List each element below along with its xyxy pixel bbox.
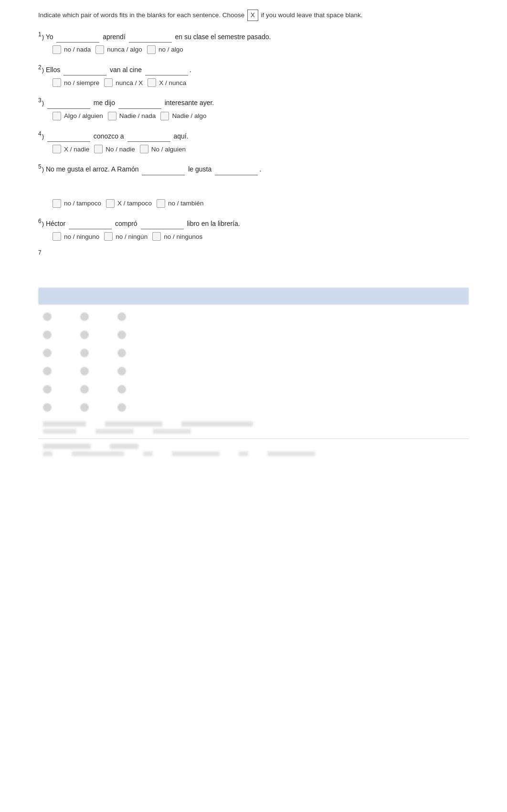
blurred-radio-11 <box>80 367 89 375</box>
q1-label-2: nunca / algo <box>107 46 142 53</box>
q6-radio-2[interactable] <box>104 232 113 241</box>
q5-label-2: X / tampoco <box>117 200 152 207</box>
q4-option-1[interactable]: X / nadie <box>53 145 89 153</box>
question-2: 2) Ellos van al cine . no / siempre nunc… <box>38 63 469 87</box>
q4-label-3: No / alguien <box>151 146 186 153</box>
blurred-radio-9 <box>117 349 126 357</box>
blurred-radio-row-5 <box>43 385 469 394</box>
q6-label-2: no / ningún <box>116 233 148 240</box>
q1-blank2 <box>129 42 172 43</box>
q2-blank1 <box>63 75 106 75</box>
blurred-text-6 <box>153 429 191 434</box>
blurred-radio-12 <box>117 367 126 375</box>
question-5: 5) No me gusta el arroz. A Ramón le gust… <box>38 162 469 207</box>
q5-number: 5 <box>38 163 42 170</box>
q3-option-1[interactable]: Algo / alguien <box>53 112 103 120</box>
q5-radio-2[interactable] <box>106 199 115 208</box>
blurred-text-10 <box>72 451 124 456</box>
q2-blank2 <box>145 75 188 75</box>
blurred-radio-row-4 <box>43 367 469 375</box>
blurred-radio-18 <box>117 403 126 412</box>
question-1: 1) Yo aprendí en su clase el semestre pa… <box>38 30 469 54</box>
blurred-radio-1 <box>43 312 52 321</box>
blurred-radio-5 <box>80 331 89 339</box>
q3-radio-1[interactable] <box>53 112 61 120</box>
q2-radio-2[interactable] <box>104 78 113 87</box>
q5-option-1[interactable]: no / tampoco <box>53 199 101 208</box>
blurred-section <box>38 288 469 456</box>
q5-option-2[interactable]: X / tampoco <box>106 199 152 208</box>
blurred-text-8 <box>110 444 138 449</box>
q4-radio-1[interactable] <box>53 145 61 153</box>
q1-option-1[interactable]: no / nada <box>53 45 91 54</box>
q4-radio-2[interactable] <box>94 145 103 153</box>
q3-label-2: Nadie / nada <box>119 112 156 119</box>
q6-radio-3[interactable] <box>152 232 161 241</box>
blurred-radio-7 <box>43 349 52 357</box>
blurred-text-9 <box>43 451 53 456</box>
q4-label-1: X / nadie <box>64 146 89 153</box>
q5-radio-3[interactable] <box>157 199 165 208</box>
q2-option-1[interactable]: no / siempre <box>53 78 99 87</box>
q6-option-2[interactable]: no / ningún <box>104 232 148 241</box>
q5-label-3: no / también <box>168 200 203 207</box>
q1-label-1: no / nada <box>64 46 91 53</box>
q2-radio-1[interactable] <box>53 78 61 87</box>
q3-radio-3[interactable] <box>160 112 169 120</box>
q3-option-2[interactable]: Nadie / nada <box>108 112 156 120</box>
q4-label-2: No / nadie <box>106 146 135 153</box>
q2-label-2: nunca / X <box>116 79 143 86</box>
blurred-text-14 <box>267 451 315 456</box>
q2-label-3: X / nunca <box>159 79 186 86</box>
q5-radio-1[interactable] <box>53 199 61 208</box>
blurred-radio-row-2 <box>43 331 469 339</box>
q5-blank1 <box>142 175 185 175</box>
q3-number: 3 <box>38 97 42 104</box>
q6-option-1[interactable]: no / ninguno <box>53 232 99 241</box>
x-box: X <box>247 10 258 21</box>
blurred-text-3 <box>181 421 253 427</box>
blurred-text-12 <box>172 451 220 456</box>
question-6: 6) Héctor compró libro en la librería. n… <box>38 216 469 241</box>
q3-label-3: Nadie / algo <box>172 112 206 119</box>
q5-label-1: no / tampoco <box>64 200 101 207</box>
q1-option-2[interactable]: nunca / algo <box>95 45 142 54</box>
question-3-sentence: 3) me dijo interesante ayer. <box>38 96 469 108</box>
question-6-sentence: 6) Héctor compró libro en la librería. <box>38 216 469 229</box>
blurred-text-7 <box>43 444 91 449</box>
blurred-radio-row-3 <box>43 349 469 357</box>
q6-radio-1[interactable] <box>53 232 61 241</box>
question-3: 3) me dijo interesante ayer. Algo / algu… <box>38 96 469 120</box>
q4-radio-3[interactable] <box>140 145 148 153</box>
blurred-radio-16 <box>43 403 52 412</box>
q2-option-2[interactable]: nunca / X <box>104 78 143 87</box>
blurred-text-1 <box>43 421 86 427</box>
q2-radio-3[interactable] <box>148 78 156 87</box>
blurred-text-13 <box>239 451 248 456</box>
blurred-header <box>38 288 469 305</box>
q6-number: 6 <box>38 218 42 224</box>
blurred-radio-row-6 <box>43 403 469 412</box>
q5-option-3[interactable]: no / también <box>157 199 203 208</box>
q1-radio-3[interactable] <box>147 45 156 54</box>
q1-label-3: no / algo <box>158 46 183 53</box>
q2-option-3[interactable]: X / nunca <box>148 78 186 87</box>
q2-options: no / siempre nunca / X X / nunca <box>53 78 469 87</box>
q3-option-3[interactable]: Nadie / algo <box>160 112 206 120</box>
question-7: 7 <box>38 249 469 259</box>
q1-radio-2[interactable] <box>95 45 104 54</box>
q5-blank2 <box>215 175 258 175</box>
q4-option-2[interactable]: No / nadie <box>94 145 135 153</box>
q1-options: no / nada nunca / algo no / algo <box>53 45 469 54</box>
q6-option-3[interactable]: no / ningunos <box>152 232 202 241</box>
q1-option-3[interactable]: no / algo <box>147 45 183 54</box>
blurred-text-block-1 <box>43 421 469 434</box>
q3-radio-2[interactable] <box>108 112 116 120</box>
q4-option-3[interactable]: No / alguien <box>140 145 186 153</box>
blurred-text-5 <box>95 429 134 434</box>
q4-options: X / nadie No / nadie No / alguien <box>53 145 469 153</box>
instructions-text: Indicate which pair of words fits in the… <box>38 11 244 19</box>
q6-options: no / ninguno no / ningún no / ningunos <box>53 232 469 241</box>
instructions-text2: if you would leave that space blank. <box>261 11 362 19</box>
q1-radio-1[interactable] <box>53 45 61 54</box>
